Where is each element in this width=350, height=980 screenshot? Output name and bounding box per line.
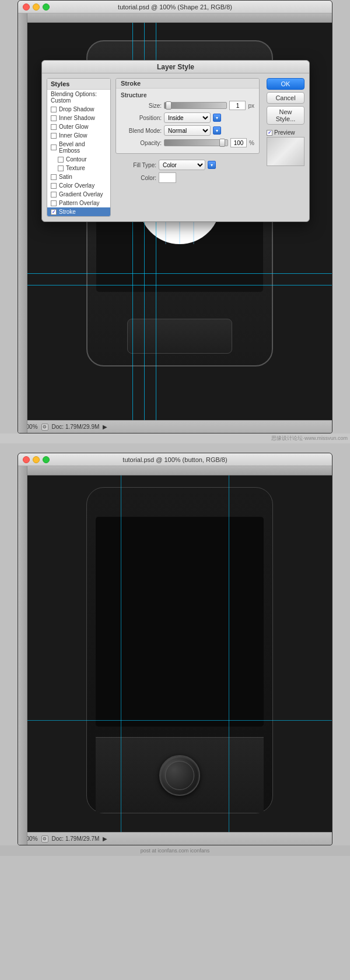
blending-options-label: Blending Options: Custom (51, 91, 107, 104)
inner-glow-checkbox[interactable] (51, 133, 57, 139)
color-row: Color: (116, 172, 260, 183)
size-unit: px (248, 103, 254, 109)
home-button-inner (165, 761, 194, 790)
stroke-section-title: Stroke (116, 79, 259, 89)
pattern-overlay-checkbox[interactable] (51, 200, 57, 206)
drop-shadow-checkbox[interactable] (51, 107, 57, 112)
bottom-status-icon: ⊙ (41, 836, 48, 842)
styles-header: Styles (47, 79, 110, 90)
style-color-overlay[interactable]: Color Overlay (47, 181, 110, 190)
bottom-close-button[interactable] (23, 456, 30, 463)
satin-checkbox[interactable] (51, 174, 57, 180)
bottom-maximize-button[interactable] (43, 456, 50, 463)
blend-mode-select[interactable]: Normal Multiply (164, 125, 211, 136)
bottom-traffic-lights[interactable] (23, 456, 50, 463)
color-label: Color: (116, 175, 156, 181)
style-blending-options[interactable]: Blending Options: Custom (47, 90, 110, 105)
blend-mode-label: Blend Mode: (121, 128, 162, 134)
outer-glow-checkbox[interactable] (51, 124, 57, 130)
watermark-bottom: post at iconfans.com iconfans (0, 845, 350, 856)
preview-label: ✓ Preview (267, 129, 304, 136)
top-window-title: tutorial.psd @ 100% (Shape 21, RGB/8) (118, 3, 232, 10)
settings-area: Stroke Structure Size: (116, 78, 260, 217)
ruler-horizontal (18, 13, 332, 23)
position-row: Position: Inside Outside Center ▾ (121, 112, 254, 123)
top-photoshop-window: tutorial.psd @ 100% (Shape 21, RGB/8) (18, 0, 332, 433)
guide-line-horizontal-1 (27, 273, 332, 274)
top-window-titlebar: tutorial.psd @ 100% (Shape 21, RGB/8) (18, 1, 332, 13)
style-inner-shadow[interactable]: Inner Shadow (47, 114, 110, 122)
structure-label: Structure (121, 92, 254, 98)
ruler-vertical (18, 13, 27, 433)
opacity-row: Opacity: % (121, 138, 254, 147)
style-texture[interactable]: Texture (47, 164, 110, 172)
bottom-guide-vertical-2 (229, 475, 229, 832)
styles-panel: Styles Blending Options: Custom Drop Sha… (47, 78, 111, 217)
color-swatch[interactable] (159, 172, 176, 183)
guide-line-horizontal-2 (27, 285, 332, 285)
top-status-bar: 100% ⊙ Doc: 1.79M/29.9M ▶ (18, 420, 332, 433)
preview-checkbox[interactable]: ✓ (267, 130, 272, 136)
fill-type-row: Fill Type: Color Gradient Pattern ▾ (116, 160, 260, 170)
style-outer-glow[interactable]: Outer Glow (47, 122, 110, 131)
style-inner-glow[interactable]: Inner Glow (47, 131, 110, 140)
style-contour[interactable]: Contour (47, 155, 110, 164)
close-button[interactable] (23, 3, 30, 10)
preview-box (267, 137, 304, 166)
opacity-label: Opacity: (121, 140, 162, 146)
fill-type-arrow-icon[interactable]: ▾ (208, 161, 216, 169)
home-button-3d[interactable] (159, 755, 200, 796)
bottom-guide-horizontal (27, 720, 332, 721)
bottom-canvas-content (27, 475, 332, 832)
gradient-overlay-checkbox[interactable] (51, 192, 57, 198)
traffic-lights[interactable] (23, 3, 50, 10)
bottom-ruler-vertical (18, 466, 27, 845)
blend-mode-row: Blend Mode: Normal Multiply ▾ (121, 125, 254, 136)
bottom-doc-size: Doc: 1.79M/29.7M (52, 836, 100, 842)
bottom-section: tutorial.psd @ 100% (button, RGB/8) (0, 453, 350, 845)
bottom-minimize-button[interactable] (33, 456, 40, 463)
blend-mode-arrow-icon[interactable]: ▾ (213, 126, 221, 135)
position-label: Position: (121, 115, 162, 121)
status-icon: ⊙ (41, 424, 48, 431)
nav-arrow[interactable]: ▶ (103, 424, 107, 430)
size-input[interactable] (229, 101, 246, 110)
fill-type-label: Fill Type: (116, 162, 156, 168)
phone-home-button-area (127, 319, 232, 354)
style-drop-shadow[interactable]: Drop Shadow (47, 105, 110, 114)
minimize-button[interactable] (33, 3, 40, 10)
texture-checkbox[interactable] (58, 165, 64, 171)
position-select[interactable]: Inside Outside Center (164, 112, 211, 123)
opacity-input[interactable] (230, 138, 247, 147)
size-label: Size: (121, 103, 162, 109)
style-pattern-overlay[interactable]: Pattern Overlay (47, 199, 110, 207)
ok-button[interactable]: OK (267, 78, 304, 90)
top-canvas-area: Layer Style Styles Blending Options: Cus… (18, 13, 332, 433)
contour-checkbox[interactable] (58, 157, 64, 163)
opacity-slider[interactable] (164, 139, 228, 146)
cancel-button[interactable]: Cancel (267, 92, 304, 104)
style-satin[interactable]: Satin (47, 172, 110, 181)
maximize-button[interactable] (43, 3, 50, 10)
new-style-button[interactable]: New Style... (267, 106, 304, 125)
bevel-emboss-checkbox[interactable] (51, 144, 57, 150)
style-bevel-emboss[interactable]: Bevel and Emboss (47, 140, 110, 155)
style-gradient-overlay[interactable]: Gradient Overlay (47, 190, 110, 199)
opacity-unit: % (249, 140, 254, 146)
bottom-nav-arrow[interactable]: ▶ (103, 836, 107, 842)
inner-shadow-checkbox[interactable] (51, 115, 57, 121)
doc-size: Doc: 1.79M/29.9M (52, 424, 100, 430)
bottom-photoshop-window: tutorial.psd @ 100% (button, RGB/8) (18, 453, 332, 845)
bottom-canvas-area: 100% ⊙ Doc: 1.79M/29.7M ▶ (18, 466, 332, 845)
color-overlay-checkbox[interactable] (51, 183, 57, 189)
fill-type-select[interactable]: Color Gradient Pattern (159, 160, 205, 170)
dialog-buttons: OK Cancel New Style... ✓ Preview (267, 78, 304, 217)
size-slider[interactable] (164, 102, 227, 109)
style-stroke[interactable]: ✓ Stroke (47, 207, 110, 216)
position-arrow-icon[interactable]: ▾ (213, 114, 221, 122)
stroke-checkbox[interactable]: ✓ (51, 209, 57, 215)
bottom-ruler-horizontal (18, 466, 332, 475)
bottom-window-title: tutorial.psd @ 100% (button, RGB/8) (123, 456, 227, 463)
preview-text: Preview (274, 129, 295, 136)
dialog-titlebar: Layer Style (42, 61, 309, 73)
